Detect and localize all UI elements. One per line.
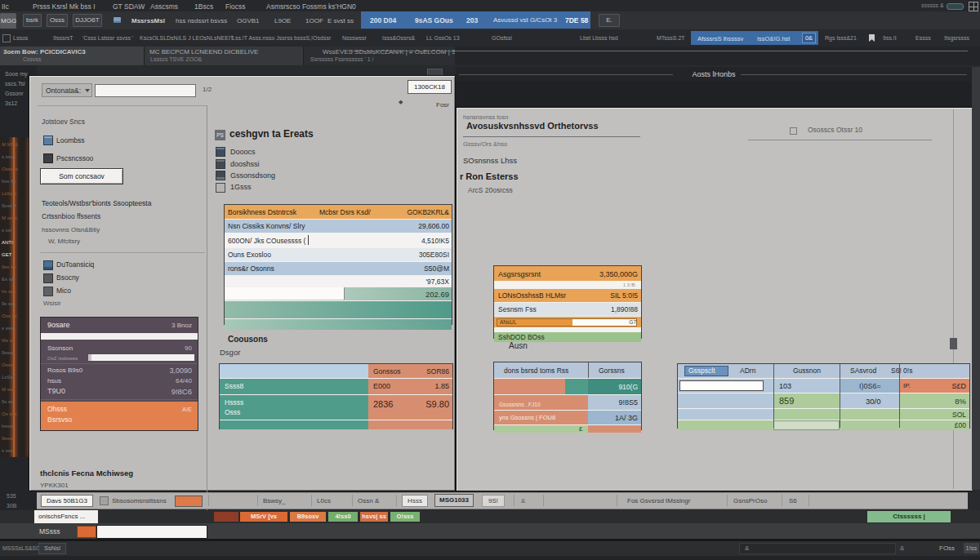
toolbar2-item-4[interactable]: KscsOLSLDsN/LS J LEOsNLsNEEIT (140, 35, 234, 41)
chip-4[interactable]: hsvs| ss (360, 512, 388, 522)
color-swatch[interactable] (175, 496, 203, 507)
main-row-1[interactable]: Nsn Cissiks Konvns/ Slry 29,606.00 (225, 219, 452, 233)
toolbar-label-1[interactable]: MssrssMsl (131, 17, 165, 24)
detail-item-1[interactable]: Dooocs (230, 148, 256, 156)
chip-3[interactable]: 4!ss0 (328, 512, 358, 522)
inputbar-input[interactable] (96, 525, 207, 539)
wide-header[interactable]: Gsspsclt ADrn Gussnon SAsvrod S6! 0!s (678, 364, 969, 378)
wide-h5[interactable]: S6! 0!s (891, 367, 912, 375)
mid-row-2[interactable]: Gsossrsns . FJ10 9!8S5 (494, 394, 641, 410)
mid-header[interactable]: dons bsrsd toms Rss Gorssns (494, 362, 641, 378)
folder-icon[interactable] (114, 17, 121, 23)
inputbar-swatch[interactable] (77, 526, 96, 538)
grid-icon[interactable] (969, 2, 978, 11)
menu-item-tools[interactable]: 1Bscs (194, 2, 213, 11)
wide-input[interactable] (679, 380, 764, 391)
status-field[interactable]: Davs 50B1G3 (41, 495, 93, 507)
wide-h2[interactable]: ADrn (740, 367, 755, 375)
main-row-3[interactable]: Ouns Exosloo 305E80SI (225, 247, 452, 261)
nav-item-4[interactable]: Bsocny (56, 273, 79, 282)
rw-filter-label[interactable]: Ososscs Otssr 10 (808, 126, 862, 134)
main-row-5[interactable]: '97,63X (225, 275, 452, 287)
tab-document-2[interactable]: MC BECPCM LCNEEND DICBELIVE Lssscs TSVE … (145, 47, 304, 65)
toolbar-label-4[interactable]: L9OE (274, 17, 291, 24)
bl-header[interactable]: Gonssos SOR86 (220, 364, 452, 378)
toolbar2-item-6[interactable]: Nssswssr (342, 35, 367, 41)
toolbar-blue-5[interactable]: 7DE 58 (565, 16, 588, 24)
toolbar2-item-11[interactable]: MTsssS.2T (657, 35, 685, 41)
menu-item-window[interactable]: Fiocss (225, 2, 246, 11)
main-row-6[interactable]: 202.69 (225, 287, 452, 300)
wide-h3[interactable]: Gussnon (793, 367, 821, 375)
wide-row-3[interactable]: SOL (678, 408, 969, 420)
bl-row-2[interactable]: Ssss8 E000 1.85 (220, 378, 452, 394)
menu-item-edit[interactable]: Prsss Ksrsl Mk bss I (33, 2, 96, 11)
mid-row-4[interactable]: £ (494, 424, 641, 433)
taskbar-chip[interactable]: SsNsI (38, 543, 66, 554)
mid-row-3[interactable]: yns Gsossns | FOU8 1A/ 3G (494, 410, 641, 424)
mini-row-4[interactable]: Sesnsm Fss 1,890!88 (494, 302, 641, 316)
toolbar-blue-1[interactable]: 200 D04 (370, 16, 396, 24)
nav-group-3[interactable]: hssovnns Olsn&Btly (42, 226, 100, 233)
menu-item-actions[interactable]: Asscsms (150, 2, 178, 11)
main-row-2[interactable]: 600ON/ Jks COusessss ( 4,510!K5 (225, 233, 452, 247)
toolbar2-blue-2[interactable]: IssO&!G.hst (757, 35, 790, 42)
mdi-scrollbar[interactable] (972, 67, 980, 490)
toolbar2-item-8[interactable]: LL GssOs 13 (426, 35, 460, 41)
app-button[interactable]: MGG (0, 13, 16, 29)
toolbar2-blue-chip[interactable]: 0& (802, 33, 816, 43)
detail-item-3[interactable]: Gssonsdsong (230, 171, 275, 180)
taskbar-end-chip[interactable]: 1!ss (964, 543, 979, 553)
detail-item-2[interactable]: dooshssi (230, 160, 260, 168)
chip-5[interactable]: O!sss (390, 512, 420, 522)
mini-row-5[interactable]: ANsUL G7 (494, 316, 641, 327)
mid-row-1[interactable]: 910(G (494, 378, 641, 394)
toolbar2-item-1[interactable]: Lssos (13, 35, 28, 41)
combo-box[interactable]: Ontonata&: (42, 83, 92, 97)
bl-row-3[interactable]: Hssss Osss 2836 S9.80 (220, 394, 452, 420)
toolbar2-tail-1[interactable]: Rgs lsss&21 (825, 35, 857, 41)
toolbar-label-3[interactable]: OGVB1 (237, 17, 260, 24)
toolbar2-item-9[interactable]: GOsfssl (492, 35, 512, 41)
nav-item-1[interactable]: Loombss (56, 136, 85, 144)
nav-group-4[interactable]: W, Mfcitsry (48, 238, 80, 245)
chip-1[interactable]: MSrV [vs (240, 512, 287, 522)
green-button[interactable]: Ctssssss | (867, 511, 951, 522)
right-window-titlebar[interactable]: Aosts lHonbs (456, 67, 972, 82)
status-chip-2[interactable]: MSG1033 (434, 494, 474, 507)
toolbar-project-button[interactable]: DJJO6T (73, 14, 102, 27)
chip-2[interactable]: B9sosv (290, 512, 326, 522)
status-chip-3[interactable]: 9S! (482, 495, 505, 507)
tab-document-1[interactable]: 3oem Bow: PCICDICAVIC3 Cssvss (0, 47, 145, 65)
toolbar2-tail-4[interactable]: 9sgsrssss (944, 35, 969, 41)
nav-group-2[interactable]: Crtssnbioo ffssents (42, 212, 100, 220)
ref-value-box[interactable]: 1306CK18 (408, 80, 452, 94)
toolbar2-item-7[interactable]: Isss&Ossrs& (382, 35, 415, 41)
toolbar-open-button[interactable]: Osss (47, 14, 68, 27)
toolbar-back-button[interactable]: bsrk (23, 14, 42, 27)
status-chip-1[interactable]: Hsss (402, 495, 428, 507)
list-icon[interactable] (2, 34, 11, 42)
toolbar-blue-4[interactable]: Asvussd vst G/CsOt 3 (493, 16, 557, 24)
search-input[interactable] (95, 84, 196, 97)
wide-row-4[interactable]: £00 (678, 420, 969, 430)
toolbar2-tail-2[interactable]: 9ss.!I (883, 35, 897, 41)
toolbar-blue-3[interactable]: 203 (466, 16, 478, 24)
toolbar-label-2[interactable]: hss nsdssrt bsvss (176, 17, 227, 24)
bl-row-4[interactable] (220, 420, 452, 429)
menu-item-view[interactable]: GT SDAW (113, 2, 145, 11)
toolbar-end-button[interactable]: E. (599, 14, 620, 27)
toolbar2-item-5[interactable]: Lss.!T Asss.nsso Jssrss bsssS,!Osdssr (232, 35, 331, 41)
checkbox[interactable] (100, 496, 109, 505)
wide-row-2[interactable]: 859 30/0 8% (678, 393, 969, 408)
toolbar2-item-3[interactable]: 'Csss Lsbssr ssvss ' (82, 35, 133, 41)
toolbar2-tail-3[interactable]: Essss (915, 35, 931, 41)
main-row-4[interactable]: rons&r Osonns S50@M (225, 261, 452, 275)
nav-item-5[interactable]: Mico (56, 287, 71, 295)
main-table-header[interactable]: Borsikhness Dstntrcsk Mcbsr Dsrs Ksdi' G… (225, 205, 452, 219)
status-pill[interactable] (947, 3, 964, 10)
wide-h1[interactable]: Gsspsclt (688, 367, 715, 375)
mini-row-2[interactable]: 1 3.!B: (494, 281, 641, 288)
main-row-8[interactable] (225, 318, 452, 330)
wide-h4[interactable]: SAsvrod (850, 367, 876, 375)
